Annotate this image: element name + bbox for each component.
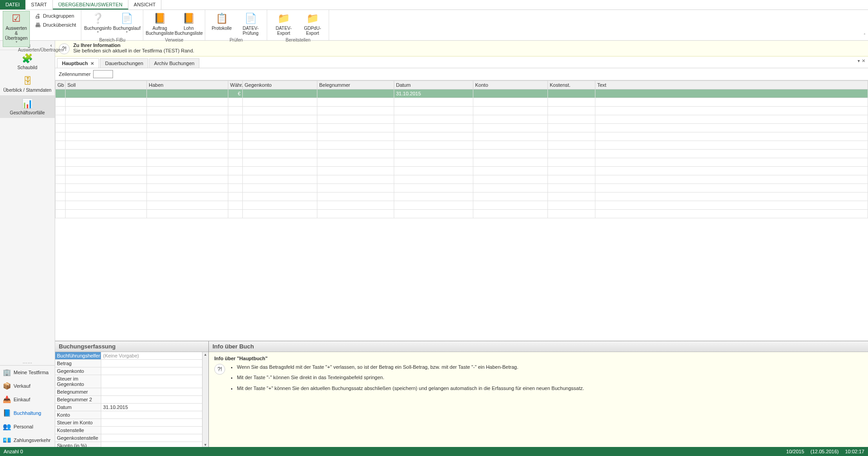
datev-export-button[interactable]: 📁DATEV-Export — [270, 11, 297, 37]
menu-tabs: DATEI START ÜBERGEBEN/AUSWERTEN ANSICHT — [0, 0, 868, 10]
col-konto[interactable]: Konto — [473, 81, 548, 89]
form-value[interactable] — [101, 396, 203, 403]
form-label: Kostenstelle — [55, 427, 101, 434]
tab-dauerbuchungen[interactable]: Dauerbuchungen — [100, 58, 148, 68]
scroll-up-icon[interactable]: ▴ — [204, 352, 207, 357]
box-in-icon: 📥 — [3, 395, 11, 404]
sidebar-item-ueberblick[interactable]: 🗄Überblick / Stammdaten — [0, 73, 55, 95]
form-value[interactable] — [101, 419, 203, 426]
auswerten-uebertragen-button[interactable]: ☑ Auswerten & Übertragen ˅ — [3, 11, 30, 47]
table-row[interactable] — [56, 98, 868, 107]
col-belegnummer[interactable]: Belegnummer — [317, 81, 394, 89]
col-soll[interactable]: Soll — [66, 81, 147, 89]
table-row[interactable] — [56, 124, 868, 132]
info-bullet: Mit der Taste "-" können Sie direkt in d… — [237, 374, 584, 381]
form-row[interactable]: Buchführungshelfer(Keine Vorgabe) — [55, 352, 203, 360]
ribbon-collapse-icon[interactable]: ˆ — [864, 33, 865, 38]
datev-check-icon: 📄 — [243, 12, 258, 25]
status-period: 10/2015 — [786, 449, 804, 454]
panel-title: Info über Buch — [209, 341, 868, 352]
table-row[interactable] — [56, 107, 868, 115]
sidebar-item-einkauf[interactable]: 📥Einkauf — [0, 393, 55, 406]
gdpdu-export-button[interactable]: 📁GDPdU-Export — [299, 11, 326, 37]
hauptbuch-grid[interactable]: Gb Soll Haben Währ. Gegenkonto Belegnumm… — [55, 80, 868, 218]
buchungslauf-button[interactable]: 📄Buchungslauf ˅ — [113, 11, 140, 37]
druckgruppen-button[interactable]: 🖨Druckgruppen — [33, 12, 77, 20]
form-value[interactable]: 31.10.2015 — [101, 404, 203, 411]
tabs-dropdown-icon[interactable]: ▾ — [858, 58, 860, 63]
col-waehr[interactable]: Währ. — [228, 81, 243, 89]
table-row[interactable] — [56, 210, 868, 218]
form-row[interactable]: Belegnummer 2 — [55, 396, 203, 404]
form-value[interactable] — [101, 434, 203, 442]
sidebar-item-zahlungsverkehr[interactable]: 💶Zahlungsverkehr — [0, 433, 55, 447]
form-label: Steuer im Konto — [55, 419, 101, 426]
col-datum[interactable]: Datum — [394, 81, 473, 89]
form-row[interactable]: Kostenstelle — [55, 427, 203, 434]
scrollbar[interactable]: ▴▾ — [202, 352, 208, 447]
sidebar-item-personal[interactable]: 👥Personal — [0, 420, 55, 433]
sidebar-item-geschaeftsvorfaelle[interactable]: 📊Geschäftsvorfälle — [0, 95, 55, 118]
col-haben[interactable]: Haben — [147, 81, 228, 89]
form-label: Skonto (in %) — [55, 442, 101, 447]
col-gb[interactable]: Gb — [56, 81, 66, 89]
table-row[interactable] — [56, 150, 868, 158]
form-value[interactable] — [101, 427, 203, 434]
sidebar-item-verkauf[interactable]: 📦Verkauf — [0, 379, 55, 393]
table-row[interactable] — [56, 201, 868, 210]
form-row[interactable]: Betrag — [55, 360, 203, 367]
ribbon-group-label: Prüfen — [208, 37, 264, 43]
col-kostenst[interactable]: Kostenst. — [548, 81, 595, 89]
lohn-buchungsliste-button[interactable]: 📙Lohn Buchungsliste — [175, 11, 202, 37]
table-row[interactable] — [56, 115, 868, 124]
sidebar-item-schaubild[interactable]: 🧩Schaubild — [0, 50, 55, 73]
form-row[interactable]: Datum31.10.2015 — [55, 404, 203, 411]
tab-ansicht[interactable]: ANSICHT — [128, 0, 161, 9]
form-label: Belegnummer — [55, 388, 101, 395]
sidebar-item-buchhaltung[interactable]: 📘Buchhaltung — [0, 406, 55, 420]
form-row[interactable]: Belegnummer — [55, 388, 203, 396]
form-row[interactable]: Steuer im Konto — [55, 419, 203, 427]
money-icon: 💶 — [3, 436, 11, 444]
tabs-close-icon[interactable]: ✕ — [862, 58, 865, 63]
datev-pruefung-button[interactable]: 📄DATEV-Prüfung — [237, 11, 264, 37]
scroll-down-icon[interactable]: ▾ — [204, 442, 207, 447]
col-text[interactable]: Text — [595, 81, 868, 89]
sidebar-divider-dots: …… — [0, 358, 55, 365]
buchungsinfo-button[interactable]: ❔Buchungsinfo ˅ — [84, 11, 111, 37]
auftrag-buchungsliste-button[interactable]: 📙Auftrag Buchungsliste — [146, 11, 173, 37]
tab-hauptbuch[interactable]: Hauptbuch✕ — [57, 58, 99, 68]
form-label: Datum — [55, 404, 101, 411]
form-value[interactable] — [101, 411, 203, 418]
table-row[interactable] — [56, 158, 868, 167]
table-row[interactable] — [56, 193, 868, 201]
table-row[interactable]: €31.10.2015 — [56, 89, 868, 98]
form-value[interactable] — [101, 442, 203, 447]
table-row[interactable] — [56, 175, 868, 184]
form-value[interactable] — [101, 388, 203, 395]
tab-uebergeben[interactable]: ÜBERGEBEN/AUSWERTEN — [53, 0, 128, 9]
zeilennummer-input[interactable] — [93, 70, 113, 78]
form-value[interactable]: (Keine Vorgabe) — [101, 352, 203, 359]
sidebar-item-meine-testfirma[interactable]: 🏢Meine Testfirma — [0, 366, 55, 379]
form-value[interactable] — [101, 367, 203, 375]
form-row[interactable]: Steuer im Gegenkonto — [55, 375, 203, 388]
form-value[interactable] — [101, 375, 203, 388]
tab-start[interactable]: START — [26, 0, 53, 9]
tab-archiv-buchungen[interactable]: Archiv Buchungen — [149, 58, 199, 68]
form-row[interactable]: Skonto (in %) — [55, 442, 203, 447]
table-row[interactable] — [56, 132, 868, 141]
form-row[interactable]: Gegenkostenstelle — [55, 434, 203, 442]
col-gegenkonto[interactable]: Gegenkonto — [243, 81, 317, 89]
form-value[interactable] — [101, 360, 203, 367]
table-row[interactable] — [56, 167, 868, 175]
druckuebersicht-button[interactable]: 🖶Druckübersicht — [33, 21, 77, 29]
table-row[interactable] — [56, 141, 868, 150]
form-label: Betrag — [55, 360, 101, 367]
tab-datei[interactable]: DATEI — [0, 0, 26, 9]
form-row[interactable]: Gegenkonto — [55, 367, 203, 375]
form-row[interactable]: Konto — [55, 411, 203, 419]
table-row[interactable] — [56, 184, 868, 193]
protokolle-button[interactable]: 📋Protokolle — [208, 11, 235, 32]
close-icon[interactable]: ✕ — [90, 61, 94, 66]
